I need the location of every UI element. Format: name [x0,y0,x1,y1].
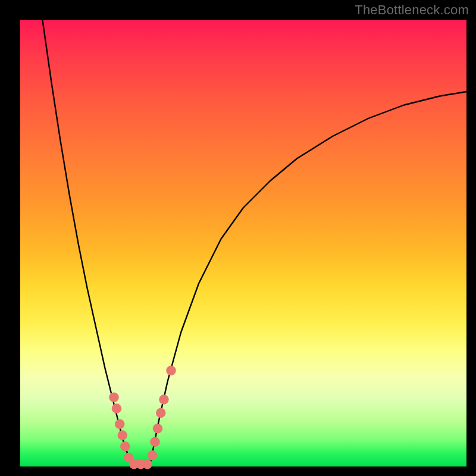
curve-markers [109,366,176,469]
curve-marker [143,459,153,469]
curve-marker [109,393,119,403]
curve-marker [166,366,176,376]
chart-frame: TheBottleneck.com [0,0,476,476]
curve-marker [112,403,122,414]
curve-marker [118,430,128,440]
watermark-text: TheBottleneck.com [355,2,469,18]
bottleneck-curve [43,20,467,466]
curve-marker [150,437,160,447]
curve-marker [159,394,169,405]
curve-path [43,20,467,466]
curve-marker [148,450,158,461]
curve-marker [115,419,125,430]
curve-marker [156,408,166,418]
chart-svg [20,20,466,466]
curve-marker [153,424,163,434]
chart-plot-area [20,20,466,466]
curve-marker [120,441,130,452]
